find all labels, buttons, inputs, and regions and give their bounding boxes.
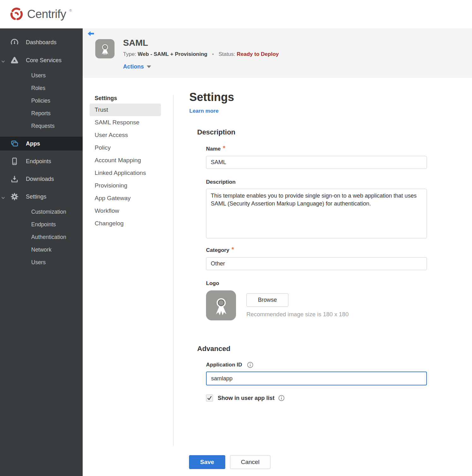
sidebar: Dashboards Core Services Users Roles Pol… — [0, 28, 83, 476]
sidebar-item-endpoints[interactable]: Endpoints — [0, 154, 83, 168]
subnav-item-policy[interactable]: Policy — [90, 141, 161, 154]
app-logo-preview — [206, 290, 236, 320]
sidebar-item-settings-endpoints[interactable]: Endpoints — [0, 218, 83, 231]
check-icon — [207, 396, 212, 401]
show-in-app-list-row: Show in user app list — [206, 395, 429, 402]
sidebar-item-users[interactable]: Users — [0, 69, 83, 82]
logo-size-hint: Recommended image size is 180 x 180 — [246, 311, 349, 318]
sidebar-item-network[interactable]: Network — [0, 243, 83, 256]
app-title: SAML — [123, 38, 148, 48]
app-meta-line: Type: Web - SAML + Provisioning • Status… — [123, 51, 279, 57]
chevron-down-icon[interactable] — [1, 195, 5, 199]
sidebar-item-label: Core Services — [26, 57, 62, 64]
app-header: SAML Type: Web - SAML + Provisioning • S… — [83, 28, 472, 78]
description-section-heading: Description — [197, 128, 429, 136]
subnav-item-provisioning[interactable]: Provisioning — [90, 179, 161, 192]
app-logo-badge — [95, 39, 115, 58]
gauge-icon — [10, 38, 19, 46]
sidebar-item-settings-users[interactable]: Users — [0, 256, 83, 269]
sidebar-item-label: Endpoints — [26, 158, 51, 165]
top-bar: Centrify ® — [0, 0, 472, 28]
subnav-item-changelog[interactable]: Changelog — [90, 217, 161, 230]
subnav-item-app-gateway[interactable]: App Gateway — [90, 192, 161, 205]
name-field[interactable] — [206, 156, 427, 169]
ribbon-award-icon — [211, 295, 232, 316]
subnav-item-workflow[interactable]: Workflow — [90, 205, 161, 217]
caret-down-icon — [147, 65, 151, 68]
settings-panel: Settings Learn more Description Name * D… — [189, 91, 429, 402]
centrify-logo[interactable]: Centrify ® — [9, 7, 72, 22]
description-label: Description — [206, 179, 429, 185]
sidebar-item-authentication[interactable]: Authentication — [0, 231, 83, 243]
sidebar-item-requests[interactable]: Requests — [0, 120, 83, 132]
sidebar-item-label: Downloads — [26, 176, 54, 182]
browse-button[interactable]: Browse — [246, 293, 288, 307]
save-button[interactable]: Save — [189, 455, 225, 469]
device-icon — [10, 157, 19, 165]
subnav-heading: Settings — [90, 93, 161, 104]
category-label: Category * — [206, 247, 429, 253]
download-icon — [10, 175, 19, 183]
status-label: Status: — [219, 51, 235, 57]
info-icon[interactable] — [247, 362, 253, 368]
gear-icon — [10, 193, 19, 201]
vertical-divider — [173, 95, 174, 446]
type-label: Type: — [123, 51, 136, 57]
required-asterisk: * — [223, 145, 225, 152]
subnav-item-user-access[interactable]: User Access — [90, 129, 161, 141]
sidebar-item-roles[interactable]: Roles — [0, 82, 83, 94]
advanced-section-heading: Advanced — [197, 345, 429, 353]
info-icon[interactable] — [278, 395, 285, 401]
sidebar-item-core-services[interactable]: Core Services — [0, 53, 83, 67]
subnav-item-saml-response[interactable]: SAML Response — [90, 116, 161, 129]
subnav-item-account-mapping[interactable]: Account Mapping — [90, 154, 161, 167]
application-id-label: Application ID — [206, 362, 429, 368]
category-field[interactable] — [206, 257, 427, 270]
page-title: Settings — [189, 91, 429, 104]
sidebar-item-label: Apps — [26, 140, 40, 147]
actions-label: Actions — [123, 63, 144, 70]
required-asterisk: * — [232, 246, 234, 253]
centrify-logo-icon — [9, 7, 24, 22]
cancel-button[interactable]: Cancel — [230, 455, 270, 469]
show-in-app-list-checkbox[interactable] — [206, 395, 213, 402]
registered-mark: ® — [69, 9, 72, 12]
sidebar-item-dashboards[interactable]: Dashboards — [0, 35, 83, 49]
application-id-field[interactable] — [206, 372, 427, 385]
status-value: Ready to Deploy — [237, 51, 279, 57]
logo-label: Logo — [206, 280, 429, 287]
description-field[interactable]: This template enables you to provide sin… — [206, 189, 427, 238]
sidebar-item-settings[interactable]: Settings — [0, 190, 83, 204]
subnav-item-trust[interactable]: Trust — [90, 104, 161, 116]
sidebar-item-policies[interactable]: Policies — [0, 94, 83, 107]
centrify-logo-text: Centrify — [27, 7, 66, 22]
description-section: Description Name * Description This temp… — [189, 128, 429, 320]
name-label: Name * — [206, 146, 429, 152]
learn-more-link[interactable]: Learn more — [189, 108, 219, 114]
sidebar-item-label: Settings — [26, 193, 46, 200]
chevron-down-icon[interactable] — [1, 58, 5, 62]
type-value: Web - SAML + Provisioning — [138, 51, 207, 57]
sidebar-item-label: Dashboards — [26, 39, 56, 46]
show-in-app-list-label: Show in user app list — [218, 395, 274, 402]
apps-icon — [10, 140, 19, 148]
app-settings-nav: Settings Trust SAML Response User Access… — [90, 93, 161, 230]
sidebar-item-customization[interactable]: Customization — [0, 205, 83, 218]
sidebar-item-apps[interactable]: Apps — [0, 137, 83, 151]
advanced-section: Advanced Application ID — [189, 345, 429, 402]
back-arrow-icon[interactable] — [87, 31, 94, 37]
sidebar-item-downloads[interactable]: Downloads — [0, 172, 83, 186]
core-services-icon — [10, 56, 19, 64]
actions-dropdown[interactable]: Actions — [123, 63, 151, 70]
sidebar-item-reports[interactable]: Reports — [0, 107, 83, 120]
meta-separator: • — [212, 51, 214, 57]
subnav-item-linked-applications[interactable]: Linked Applications — [90, 167, 161, 179]
